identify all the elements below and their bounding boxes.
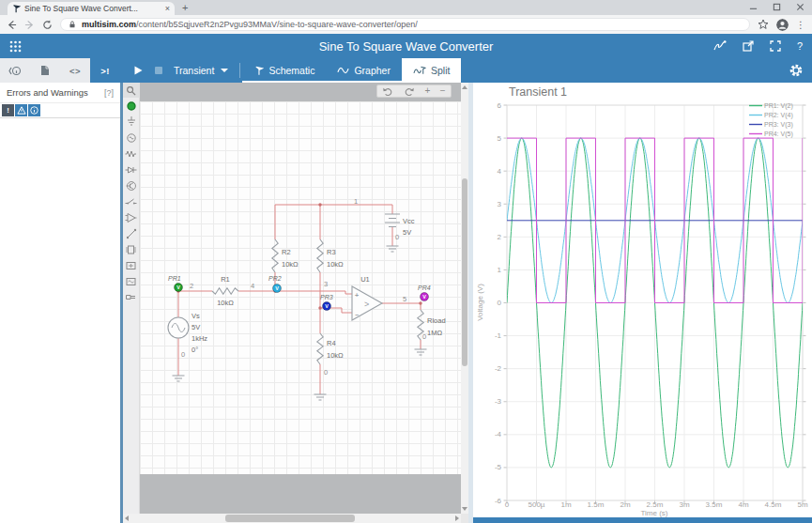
- opamp-icon: [125, 212, 137, 223]
- wires[interactable]: [178, 205, 421, 394]
- schematic-canvas[interactable]: R110kΩR210kΩR310kΩR410kΩRload1MΩVs5V1kHz…: [140, 83, 461, 514]
- schematic-horizontal-scrollbar[interactable]: [123, 514, 461, 523]
- component-Vs[interactable]: Vs5V1kHz0°: [168, 312, 207, 381]
- annotation-pen-icon[interactable]: [713, 40, 727, 52]
- browser-tab[interactable]: Sine To Square Wave Convert... ×: [8, 2, 175, 15]
- probe-PR1[interactable]: PR1V: [168, 275, 183, 292]
- tool-hierarchical-block[interactable]: [123, 257, 140, 273]
- tool-opamp[interactable]: [123, 209, 140, 225]
- close-window-icon[interactable]: [796, 3, 804, 11]
- filter-errors-button[interactable]: !: [2, 104, 14, 116]
- tool-transistor[interactable]: [123, 177, 140, 193]
- bookmark-star-icon[interactable]: [758, 19, 769, 30]
- scroll-up-arrow[interactable]: [462, 85, 467, 89]
- component-Vcc[interactable]: Vcc5V: [385, 214, 415, 252]
- svg-text:-6: -6: [495, 497, 502, 505]
- scroll-right-arrow[interactable]: [455, 515, 459, 521]
- help-icon[interactable]: ?: [797, 40, 803, 52]
- window-controls: [749, 3, 804, 11]
- settings-gear-icon[interactable]: [789, 64, 803, 77]
- wire-icon: [126, 228, 137, 239]
- svg-text:0: 0: [395, 233, 399, 241]
- tool-switch[interactable]: [123, 193, 140, 209]
- tab-info-panel[interactable]: [0, 58, 30, 83]
- open-in-new-icon[interactable]: [743, 40, 754, 52]
- zoom-in-button[interactable]: +: [424, 86, 430, 96]
- sim-mode-label[interactable]: Transient: [174, 65, 214, 76]
- lock-icon: [68, 20, 77, 29]
- scroll-down-arrow[interactable]: [462, 507, 467, 511]
- tool-wire[interactable]: [123, 225, 140, 241]
- tool-diode[interactable]: [123, 162, 140, 177]
- maximize-icon[interactable]: [773, 3, 781, 11]
- component-search-button[interactable]: [123, 83, 140, 98]
- new-tab-button[interactable]: +: [182, 3, 188, 13]
- grapher-bottom-bar: [473, 517, 812, 523]
- tool-power-source[interactable]: [123, 130, 140, 146]
- svg-text:Vs: Vs: [192, 312, 200, 320]
- run-simulation-button[interactable]: [134, 66, 143, 75]
- component-Rload[interactable]: Rload1MΩ: [415, 310, 446, 355]
- page-title: Sine To Square Wave Converter: [0, 39, 812, 54]
- component-R3[interactable]: R310kΩ: [317, 239, 344, 272]
- diode-icon: [125, 164, 137, 176]
- browser-menu-icon[interactable]: ⋮: [796, 20, 805, 30]
- tool-probe[interactable]: [123, 98, 140, 114]
- component-U1[interactable]: U1+−>: [352, 275, 382, 320]
- errors-panel-title: Errors and Warnings: [7, 87, 88, 98]
- tool-subcircuit[interactable]: [123, 273, 140, 289]
- tab-grapher[interactable]: Grapher: [326, 58, 402, 83]
- url-domain: multisim.com: [82, 20, 136, 29]
- svg-text:10kΩ: 10kΩ: [282, 260, 299, 269]
- schematic-vertical-scrollbar[interactable]: [461, 83, 468, 514]
- stop-simulation-button[interactable]: [155, 67, 162, 74]
- resistor-icon: [125, 148, 137, 160]
- reload-icon[interactable]: [42, 20, 53, 30]
- component-R1[interactable]: R110kΩ: [212, 275, 238, 307]
- tab-code[interactable]: <>: [60, 58, 90, 83]
- horizontal-scroll-thumb[interactable]: [225, 515, 355, 522]
- tab-errors-warnings[interactable]: >!: [90, 58, 120, 83]
- minimize-icon[interactable]: [749, 3, 758, 11]
- ic-icon: [125, 244, 137, 255]
- warning-triangle-icon: [17, 106, 26, 115]
- zoom-out-button[interactable]: −: [440, 86, 446, 96]
- tool-ground[interactable]: [123, 114, 140, 130]
- filter-info-button[interactable]: [28, 104, 40, 116]
- tab-schematic[interactable]: Schematic: [242, 58, 326, 83]
- component-R2[interactable]: R210kΩ: [272, 239, 299, 272]
- tab-split[interactable]: Split: [402, 58, 461, 83]
- vertical-scroll-thumb[interactable]: [462, 178, 467, 366]
- scroll-left-arrow[interactable]: [125, 515, 129, 521]
- sim-mode-dropdown-caret[interactable]: [221, 69, 228, 72]
- svg-text:2.5m: 2.5m: [647, 500, 664, 509]
- svg-text:R1: R1: [221, 275, 230, 284]
- fullscreen-icon[interactable]: [770, 40, 781, 52]
- transient-graph[interactable]: 0500µ1m1.5m2m2.5m3m3.5m4m4.5m5m6543210-1…: [473, 83, 812, 523]
- redo-icon[interactable]: [404, 86, 415, 97]
- component-R4[interactable]: R410kΩ: [314, 333, 345, 400]
- svg-text:0: 0: [422, 332, 426, 341]
- errors-panel-help-link[interactable]: [?]: [104, 88, 114, 98]
- power-source-icon: [126, 132, 137, 144]
- workspace: Errors and Warnings [?] !: [0, 83, 812, 523]
- url-bar[interactable]: multisim.com/content/b5SqjuveR2n2Pvgu93M…: [60, 18, 750, 31]
- browser-profile-avatar[interactable]: [776, 19, 789, 31]
- sidebar-tab-strip: <> >!: [0, 58, 120, 83]
- tool-connector[interactable]: [123, 289, 140, 305]
- filter-warnings-button[interactable]: [15, 104, 27, 116]
- back-icon[interactable]: [7, 20, 17, 30]
- forward-icon[interactable]: [24, 20, 35, 30]
- probe-PR4[interactable]: PR4V: [418, 285, 431, 301]
- tab-description[interactable]: [30, 58, 60, 83]
- app-toolbar: <> >! Transient Schematic Grapher S: [0, 58, 812, 83]
- svg-text:5: 5: [498, 134, 502, 143]
- tab-close-icon[interactable]: ×: [165, 5, 170, 13]
- tool-resistor[interactable]: [123, 146, 140, 162]
- svg-text:3.5m: 3.5m: [706, 500, 723, 509]
- svg-text:PR1: V(2): PR1: V(2): [764, 102, 793, 110]
- svg-text:PR3: V(3): PR3: V(3): [764, 121, 793, 129]
- tool-ic[interactable]: [123, 241, 140, 257]
- undo-icon[interactable]: [382, 86, 393, 97]
- toolbar-separator: [239, 63, 240, 78]
